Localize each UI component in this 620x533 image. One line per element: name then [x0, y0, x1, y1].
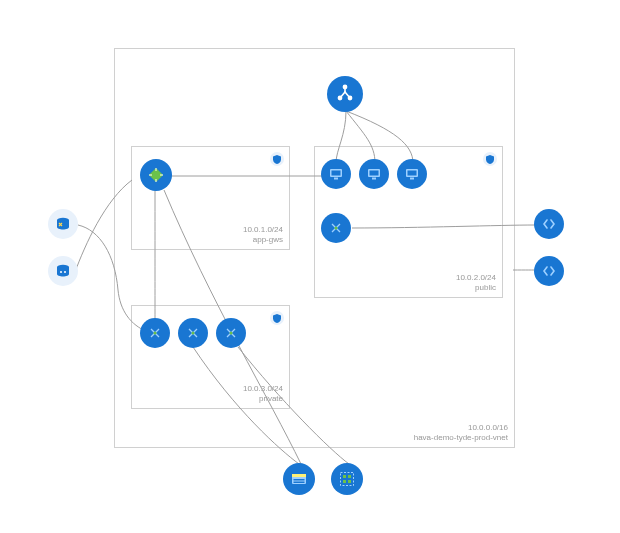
nsg-shield-badge-public: [483, 152, 497, 166]
vm-public-2-node[interactable]: [359, 159, 389, 189]
svg-rect-28: [343, 480, 346, 483]
nic-private-2-node[interactable]: [178, 318, 208, 348]
nic-public-node[interactable]: [321, 213, 351, 243]
svg-point-16: [230, 332, 233, 335]
svg-rect-25: [341, 473, 354, 486]
diagram-canvas: 10.0.0.0/16 hava-demo-tyde-prod-vnet 10.…: [0, 0, 620, 533]
storage-node[interactable]: [283, 463, 315, 495]
svg-rect-9: [372, 178, 376, 180]
database-2-node[interactable]: [48, 256, 78, 286]
svg-rect-26: [343, 475, 346, 478]
svg-rect-27: [348, 475, 351, 478]
vnet-label: 10.0.0.0/16 hava-demo-tyde-prod-vnet: [414, 423, 508, 443]
svg-rect-11: [408, 171, 417, 176]
application-gateway-node[interactable]: [140, 159, 172, 191]
svg-rect-5: [332, 171, 341, 176]
subnet-public-label: 10.0.2.0/24 public: [456, 273, 496, 293]
svg-point-0: [343, 85, 346, 88]
svg-point-20: [64, 271, 66, 273]
svg-rect-6: [334, 178, 338, 180]
svg-point-2: [348, 96, 351, 99]
ext-right-1-node[interactable]: [534, 209, 564, 239]
svg-point-1: [338, 96, 341, 99]
svg-rect-24: [294, 482, 305, 484]
svg-rect-8: [370, 171, 379, 176]
ext-right-2-node[interactable]: [534, 256, 564, 286]
svg-point-13: [335, 227, 338, 230]
nic-private-3-node[interactable]: [216, 318, 246, 348]
database-1-node[interactable]: [48, 209, 78, 239]
nsg-shield-badge-app-gws: [270, 152, 284, 166]
svg-rect-22: [292, 474, 306, 477]
svg-point-15: [192, 332, 195, 335]
svg-point-19: [60, 271, 62, 273]
nsg-shield-badge-private: [270, 311, 284, 325]
load-balancer-node[interactable]: [327, 76, 363, 112]
svg-point-14: [154, 332, 157, 335]
availability-set-node[interactable]: [331, 463, 363, 495]
subnet-app-gws-label: 10.0.1.0/24 app-gws: [243, 225, 283, 245]
vm-public-1-node[interactable]: [321, 159, 351, 189]
svg-rect-29: [348, 480, 351, 483]
vm-public-3-node[interactable]: [397, 159, 427, 189]
svg-rect-12: [410, 178, 414, 180]
subnet-private-label: 10.0.3.0/24 private: [243, 384, 283, 404]
nic-private-1-node[interactable]: [140, 318, 170, 348]
svg-rect-23: [294, 479, 305, 481]
